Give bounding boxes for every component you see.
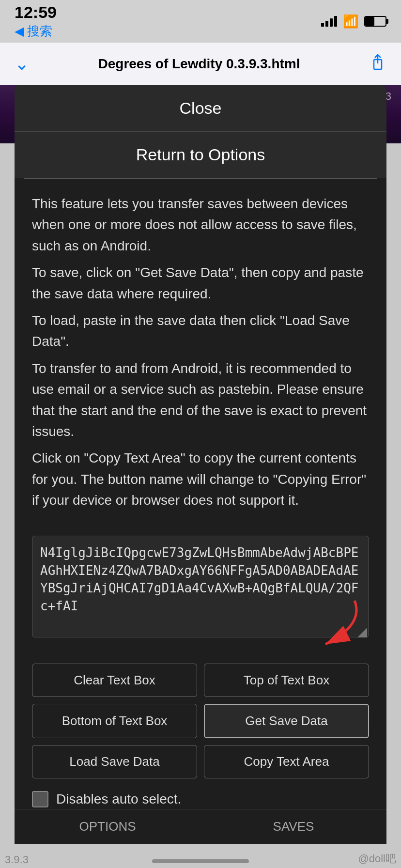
- description-paragraph-3: To load, paste in the save data then cli…: [32, 310, 369, 352]
- options-nav-item[interactable]: OPTIONS: [15, 809, 200, 844]
- browser-back-button[interactable]: ⌄: [15, 54, 29, 74]
- modal-description: This feature lets you transfer saves bet…: [15, 188, 386, 526]
- get-save-data-button[interactable]: Get Save Data: [204, 704, 369, 738]
- description-paragraph-2: To save, click on "Get Save Data", then …: [32, 262, 369, 304]
- saves-nav-item[interactable]: SAVES: [200, 809, 386, 844]
- description-paragraph-5: Click on "Copy Text Area" to copy the cu…: [32, 448, 369, 511]
- battery-icon: [364, 16, 386, 27]
- description-paragraph-1: This feature lets you transfer saves bet…: [32, 193, 369, 256]
- status-time: 12:59: [15, 3, 57, 22]
- browser-share-button[interactable]: [369, 53, 386, 75]
- bottom-navigation: OPTIONS SAVES: [15, 809, 386, 844]
- bottom-of-text-box-button[interactable]: Bottom of Text Box: [32, 704, 197, 738]
- top-of-text-box-button[interactable]: Top of Text Box: [204, 664, 369, 697]
- watermark: @doll吧: [353, 850, 401, 868]
- save-data-textarea[interactable]: [32, 536, 369, 637]
- home-indicator: [152, 859, 249, 863]
- clear-text-box-button[interactable]: Clear Text Box: [32, 664, 197, 697]
- save-data-modal: Close Return to Options This feature let…: [15, 85, 386, 827]
- return-to-options-button[interactable]: Return to Options: [15, 132, 386, 178]
- copy-text-area-button[interactable]: Copy Text Area: [204, 745, 369, 778]
- signal-icon: [321, 16, 337, 27]
- svg-marker-2: [357, 628, 367, 637]
- load-save-data-button[interactable]: Load Save Data: [32, 745, 197, 778]
- save-data-textarea-wrapper: [32, 536, 369, 639]
- wifi-icon: 📶: [343, 14, 358, 29]
- browser-bar: ⌄ Degrees of Lewdity 0.3.9.3.html: [0, 43, 401, 85]
- action-buttons-grid: Clear Text Box Top of Text Box Bottom of…: [15, 664, 386, 778]
- modal-divider: [24, 178, 377, 179]
- footer-version: 3.9.3: [0, 852, 33, 868]
- back-chevron-icon: ◀: [15, 24, 24, 39]
- browser-title: Degrees of Lewdity 0.3.9.3.html: [29, 56, 369, 72]
- close-button[interactable]: Close: [15, 85, 386, 132]
- auto-select-checkbox[interactable]: [32, 791, 48, 807]
- description-paragraph-4: To transfer to and from Android, it is r…: [32, 358, 369, 442]
- auto-select-label: Disables auto select.: [56, 791, 181, 807]
- resize-handle-icon: [357, 628, 367, 637]
- status-icons: 📶: [321, 14, 386, 29]
- status-search: ◀ 搜索: [15, 23, 57, 40]
- status-bar: 12:59 ◀ 搜索 📶: [0, 0, 401, 43]
